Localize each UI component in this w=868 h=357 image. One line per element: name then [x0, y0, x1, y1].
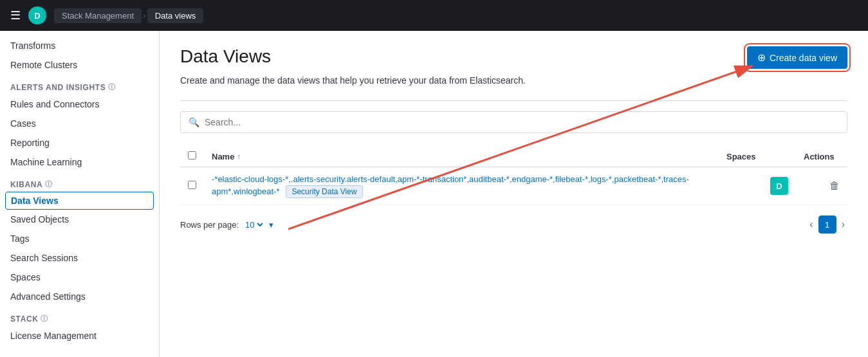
- sidebar-section-kibana: Kibana ⓘ: [0, 172, 159, 192]
- sort-icon[interactable]: ↑: [237, 152, 241, 160]
- plus-icon: ⊕: [757, 51, 766, 64]
- info-icon-stack: ⓘ: [41, 314, 48, 324]
- breadcrumb-stack-management[interactable]: Stack Management: [54, 8, 142, 23]
- sidebar-item-spaces[interactable]: Spaces: [0, 268, 159, 287]
- breadcrumb-separator: ›: [143, 10, 146, 21]
- main-content: Data Views ⊕ Create data view Create and…: [160, 31, 868, 357]
- data-table: Name ↑ Spaces Actions -*elastic-cloud-lo…: [180, 146, 847, 205]
- security-data-view-badge: Security Data View: [286, 185, 362, 198]
- page-description: Create and manage the data views that he…: [180, 74, 847, 87]
- page-header: Data Views ⊕ Create data view: [180, 46, 847, 69]
- th-actions: Actions: [796, 146, 847, 167]
- select-all-checkbox[interactable]: [188, 151, 196, 160]
- sidebar-section-alerts: Alerts and Insights ⓘ: [0, 75, 159, 95]
- th-spaces: Spaces: [719, 146, 796, 167]
- sidebar: Transforms Remote Clusters Alerts and In…: [0, 31, 160, 357]
- menu-icon[interactable]: ☰: [10, 8, 21, 23]
- sidebar-item-rules-connectors[interactable]: Rules and Connectors: [0, 95, 159, 114]
- row-checkbox[interactable]: [188, 181, 196, 189]
- page-1-button[interactable]: 1: [818, 215, 836, 233]
- divider: [180, 100, 847, 101]
- sidebar-item-saved-objects[interactable]: Saved Objects: [0, 210, 159, 229]
- dropdown-chevron-icon: ▾: [269, 220, 273, 230]
- info-icon-kibana: ⓘ: [45, 179, 53, 189]
- table-row: -*elastic-cloud-logs-*,.alerts-security.…: [180, 167, 847, 205]
- data-view-name-link[interactable]: -*elastic-cloud-logs-*,.alerts-security.…: [212, 174, 689, 196]
- search-icon: 🔍: [189, 117, 199, 127]
- search-input[interactable]: [205, 117, 839, 127]
- row-actions-cell: 🗑: [796, 167, 847, 205]
- prev-page-button[interactable]: ‹: [807, 216, 815, 233]
- sidebar-item-data-views[interactable]: Data Views: [5, 192, 154, 210]
- row-checkbox-cell: [180, 167, 204, 205]
- sidebar-item-reporting[interactable]: Reporting: [0, 133, 159, 152]
- rows-per-page-select[interactable]: 10 25 50: [243, 219, 265, 230]
- pagination-controls: ‹ 1 ›: [807, 215, 847, 233]
- create-data-view-button[interactable]: ⊕ Create data view: [747, 46, 847, 69]
- breadcrumb: Stack Management › Data views: [54, 8, 203, 23]
- next-page-button[interactable]: ›: [839, 216, 847, 233]
- info-icon-alerts: ⓘ: [108, 82, 116, 92]
- breadcrumb-data-views[interactable]: Data views: [147, 8, 204, 23]
- top-nav: ☰ D Stack Management › Data views: [0, 0, 868, 31]
- rows-per-page[interactable]: Rows per page: 10 25 50 ▾: [180, 219, 273, 230]
- th-checkbox: [180, 146, 204, 167]
- delete-icon[interactable]: 🗑: [829, 180, 840, 192]
- row-name-cell: -*elastic-cloud-logs-*,.alerts-security.…: [204, 167, 719, 205]
- search-bar: 🔍: [180, 111, 847, 133]
- sidebar-section-stack: Stack ⓘ: [0, 306, 159, 326]
- sidebar-item-tags[interactable]: Tags: [0, 229, 159, 248]
- sidebar-item-remote-clusters[interactable]: Remote Clusters: [0, 55, 159, 75]
- sidebar-item-search-sessions[interactable]: Search Sessions: [0, 248, 159, 268]
- sidebar-item-transforms[interactable]: Transforms: [0, 36, 159, 55]
- page-title: Data Views: [180, 46, 271, 67]
- row-spaces-cell: D: [719, 167, 796, 205]
- sidebar-item-license-management[interactable]: License Management: [0, 326, 159, 345]
- pagination-bar: Rows per page: 10 25 50 ▾ ‹ 1 ›: [180, 215, 847, 233]
- avatar: D: [28, 6, 46, 24]
- th-name: Name ↑: [204, 146, 719, 167]
- sidebar-item-advanced-settings[interactable]: Advanced Settings: [0, 287, 159, 306]
- body-layout: Transforms Remote Clusters Alerts and In…: [0, 31, 868, 357]
- sidebar-item-cases[interactable]: Cases: [0, 114, 159, 133]
- space-avatar: D: [770, 177, 788, 195]
- sidebar-item-machine-learning[interactable]: Machine Learning: [0, 152, 159, 172]
